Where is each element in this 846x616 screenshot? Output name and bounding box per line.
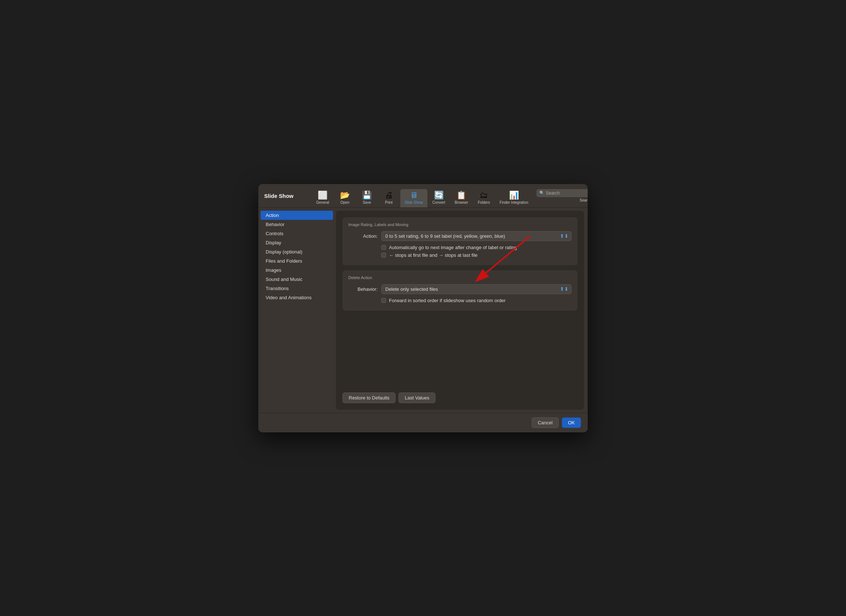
toolbar-label-print: Print <box>385 201 393 204</box>
toolbar-label-save: Save <box>363 201 371 204</box>
action-select[interactable]: 0 to 5 set rating, 6 to 9 set label (red… <box>381 231 571 241</box>
action-select-container: 0 to 5 set rating, 6 to 9 set label (red… <box>381 231 571 241</box>
toolbar-item-open[interactable]: 📂 Open <box>335 189 356 207</box>
toolbar-item-print[interactable]: 🖨 Print <box>378 189 400 207</box>
toolbar-item-folders[interactable]: 🗂 Folders <box>473 189 494 207</box>
toolbar-label-finder: Finder Integration <box>499 201 528 204</box>
search-icon: 🔍 <box>539 191 545 195</box>
sidebar-item-controls[interactable]: Controls <box>260 229 333 238</box>
checkbox2-row: ← stops at first file and → stops at las… <box>348 252 571 258</box>
toolbar-item-slideshow[interactable]: 🖥 Slide Show <box>400 189 427 207</box>
toolbar-item-finder[interactable]: 📊 Finder Integration <box>495 189 532 207</box>
toolbar-icon-general: ⬜ <box>317 191 328 199</box>
bottom-bar: Cancel OK <box>258 413 588 433</box>
behavior-label: Behavior: <box>348 286 377 292</box>
sidebar: ActionBehaviorControlsDisplayDisplay (op… <box>258 208 335 413</box>
toolbar-icon-finder: 📊 <box>509 191 519 199</box>
section1-title: Image Rating, Labels and Moving <box>348 222 571 227</box>
ok-button[interactable]: OK <box>562 417 581 428</box>
titlebar: Slide Show ⬜ General 📂 Open 💾 Save 🖨 Pri… <box>258 184 588 208</box>
checkbox1-row: Automatically go to next image after cha… <box>348 245 571 250</box>
sidebar-item-video-animations[interactable]: Video and Animations <box>260 293 333 302</box>
forward-checkbox-row: Forward in sorted order if slideshow use… <box>348 298 571 303</box>
behavior-row: Behavior: Delete only selected files ⬆⬇ <box>348 284 571 294</box>
toolbar: ⬜ General 📂 Open 💾 Save 🖨 Print 🖥 Slide … <box>312 189 533 207</box>
search-label: Search <box>580 198 588 202</box>
forward-label: Forward in sorted order if slideshow use… <box>389 298 506 303</box>
behavior-select[interactable]: Delete only selected files <box>381 284 571 294</box>
toolbar-icon-open: 📂 <box>340 191 350 199</box>
toolbar-item-browser[interactable]: 📋 Browser <box>451 189 473 207</box>
toolbar-icon-folders: 🗂 <box>480 191 488 199</box>
image-rating-section: Image Rating, Labels and Moving Action: … <box>342 217 577 265</box>
forward-checkbox[interactable] <box>381 298 386 303</box>
toolbar-label-general: General <box>316 201 329 204</box>
sidebar-item-display-optional[interactable]: Display (optional) <box>260 247 333 257</box>
search-area: 🔍 Search <box>533 189 588 204</box>
toolbar-label-convert: Convert <box>433 201 445 204</box>
toolbar-label-slideshow: Slide Show <box>405 201 423 204</box>
search-input[interactable] <box>546 191 588 196</box>
toolbar-icon-browser: 📋 <box>456 191 466 199</box>
toolbar-item-general[interactable]: ⬜ General <box>312 189 334 207</box>
sidebar-item-display[interactable]: Display <box>260 238 333 247</box>
sidebar-item-files-folders[interactable]: Files and Folders <box>260 257 333 265</box>
last-values-button[interactable]: Last Values <box>398 393 435 403</box>
preferences-window: Slide Show ⬜ General 📂 Open 💾 Save 🖨 Pri… <box>258 184 588 433</box>
toolbar-label-browser: Browser <box>455 201 469 204</box>
toolbar-icon-convert: 🔄 <box>434 191 444 199</box>
toolbar-item-save[interactable]: 💾 Save <box>356 189 377 207</box>
toolbar-label-folders: Folders <box>478 201 490 204</box>
delete-action-section: Delete Action Behavior: Delete only sele… <box>342 270 577 311</box>
main-panel: Image Rating, Labels and Moving Action: … <box>336 211 584 410</box>
toolbar-icon-print: 🖨 <box>385 191 393 199</box>
auto-next-label: Automatically go to next image after cha… <box>389 245 517 250</box>
auto-next-checkbox[interactable] <box>381 245 386 250</box>
sidebar-item-sound-music[interactable]: Sound and Music <box>260 275 333 284</box>
search-box[interactable]: 🔍 <box>536 189 588 197</box>
action-row: Action: 0 to 5 set rating, 6 to 9 set la… <box>348 231 571 241</box>
stops-label: ← stops at first file and → stops at las… <box>389 252 477 258</box>
sidebar-item-behavior[interactable]: Behavior <box>260 220 333 229</box>
sidebar-item-action[interactable]: Action <box>260 211 333 220</box>
cancel-button[interactable]: Cancel <box>532 417 559 428</box>
content-area: ActionBehaviorControlsDisplayDisplay (op… <box>258 208 588 413</box>
stops-checkbox[interactable] <box>381 253 386 258</box>
window-title: Slide Show <box>264 189 312 204</box>
main-bottom-buttons: Restore to Defaults Last Values <box>342 393 435 403</box>
bottom-right: Cancel OK <box>532 417 581 428</box>
sidebar-item-transitions[interactable]: Transitions <box>260 284 333 293</box>
restore-defaults-button[interactable]: Restore to Defaults <box>342 393 395 403</box>
toolbar-icon-slideshow: 🖥 <box>410 191 418 199</box>
section2-title: Delete Action <box>348 276 571 280</box>
behavior-select-container: Delete only selected files ⬆⬇ <box>381 284 571 294</box>
action-label: Action: <box>348 233 377 239</box>
toolbar-item-convert[interactable]: 🔄 Convert <box>428 189 450 207</box>
toolbar-label-open: Open <box>340 201 349 204</box>
toolbar-icon-save: 💾 <box>362 191 372 199</box>
sidebar-item-images[interactable]: Images <box>260 265 333 275</box>
